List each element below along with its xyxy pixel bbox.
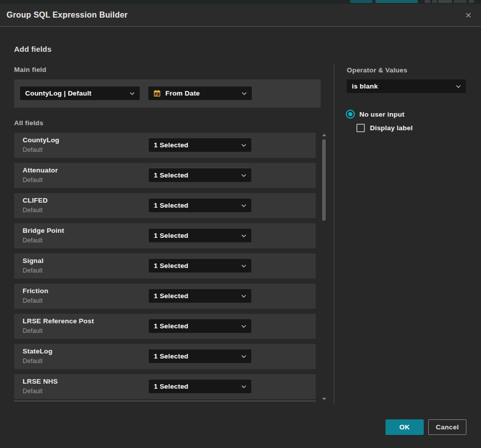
main-field-label: Main field: [14, 66, 46, 73]
scroll-up-arrow-icon[interactable]: [322, 134, 326, 136]
app-edge-fragment: [432, 0, 437, 3]
field-name: Attenuator: [23, 166, 58, 174]
no-user-input-label: No user input: [359, 111, 405, 118]
field-row: CountyLog Default 1 Selected: [14, 133, 316, 158]
field-selection-value: 1 Selected: [154, 292, 237, 300]
field-name: CountyLog: [23, 136, 59, 144]
app-edge-fragment: [469, 0, 474, 3]
app-edge-fragment: [438, 0, 452, 3]
field-name: LRSE NHS: [23, 378, 58, 385]
operator-values-label: Operator & Values: [347, 66, 407, 74]
field-type-label: Default: [23, 267, 43, 274]
field-row: CLIFED Default 1 Selected: [14, 193, 316, 218]
scrollbar[interactable]: [321, 133, 327, 401]
chevron-down-icon: [130, 92, 135, 95]
field-type-label: Default: [23, 176, 43, 184]
field-type-label: Default: [23, 327, 43, 334]
field-selection-dropdown[interactable]: 1 Selected: [149, 380, 251, 393]
field-type-label: Default: [23, 357, 43, 365]
close-button[interactable]: ×: [461, 8, 476, 22]
field-name: Friction: [23, 287, 48, 295]
main-field-select-value: From Date: [165, 89, 238, 97]
display-label-text: Display label: [370, 124, 413, 132]
field-selection-value: 1 Selected: [154, 202, 237, 209]
field-selection-dropdown[interactable]: 1 Selected: [149, 319, 251, 333]
close-icon: ×: [465, 9, 471, 21]
field-name: CLIFED: [23, 197, 48, 204]
field-row: Friction Default 1 Selected: [14, 284, 316, 309]
chevron-down-icon: [241, 295, 246, 298]
field-type-label: Default: [23, 388, 43, 395]
field-row: LRSE NHS Default 1 Selected: [14, 374, 316, 399]
radio-selected-icon: [346, 110, 355, 119]
chevron-down-icon: [241, 264, 246, 267]
field-selection-dropdown[interactable]: 1 Selected: [149, 259, 251, 273]
add-fields-heading: Add fields: [14, 45, 52, 53]
scroll-down-arrow-icon[interactable]: [322, 398, 326, 400]
field-type-label: Default: [23, 207, 43, 214]
app-edge-fragment: [425, 0, 430, 3]
field-selection-dropdown[interactable]: 1 Selected: [149, 138, 251, 152]
field-name: Bridge Point: [23, 227, 64, 234]
field-selection-dropdown[interactable]: 1 Selected: [149, 349, 251, 363]
all-fields-list: CountyLog Default 1 Selected Attenuator …: [14, 133, 316, 401]
checkbox-unchecked-icon: [356, 124, 365, 132]
field-selection-value: 1 Selected: [154, 171, 237, 179]
chevron-down-icon: [241, 174, 246, 177]
cancel-button[interactable]: Cancel: [428, 419, 466, 435]
field-selection-value: 1 Selected: [154, 322, 237, 330]
field-name: Signal: [23, 257, 44, 264]
app-edge-fragment: [350, 0, 372, 3]
field-selection-value: 1 Selected: [154, 262, 237, 270]
chevron-down-icon: [241, 234, 246, 237]
field-type-label: Default: [23, 146, 43, 153]
field-row: Attenuator Default 1 Selected: [14, 163, 316, 188]
field-row: Signal Default 1 Selected: [14, 253, 316, 279]
chevron-down-icon: [242, 92, 247, 95]
dialog-title: Group SQL Expression Builder: [7, 11, 128, 20]
field-row: StateLog Default 1 Selected: [14, 344, 316, 369]
scrollbar-thumb[interactable]: [322, 139, 326, 221]
no-user-input-radio[interactable]: No user input: [346, 109, 405, 119]
chevron-down-icon: [241, 325, 246, 328]
field-selection-dropdown[interactable]: 1 Selected: [149, 289, 251, 303]
field-selection-dropdown[interactable]: 1 Selected: [149, 168, 251, 182]
field-selection-dropdown[interactable]: 1 Selected: [149, 229, 251, 242]
field-selection-dropdown[interactable]: 1 Selected: [149, 199, 251, 212]
operator-select-dropdown[interactable]: is blank: [347, 79, 466, 93]
field-selection-value: 1 Selected: [154, 232, 237, 239]
field-row: LRSE Reference Post Default 1 Selected: [14, 314, 316, 339]
field-type-label: Default: [23, 237, 43, 244]
chevron-down-icon: [456, 85, 461, 88]
ok-button[interactable]: OK: [386, 419, 424, 435]
all-fields-label: All fields: [14, 119, 43, 127]
panel-divider: [334, 64, 334, 404]
sql-expression-builder-dialog: Group SQL Expression Builder × Add field…: [0, 4, 481, 448]
layer-select-dropdown[interactable]: CountyLog | Default: [20, 86, 140, 100]
display-label-checkbox[interactable]: Display label: [356, 123, 413, 132]
dialog-header: Group SQL Expression Builder ×: [0, 4, 481, 27]
field-row: Bridge Point Default 1 Selected: [14, 223, 316, 248]
calendar-icon: [153, 89, 161, 97]
main-field-panel: CountyLog | Default From Date: [14, 79, 321, 108]
app-edge-fragment: [454, 0, 466, 3]
field-name: StateLog: [23, 347, 52, 355]
field-selection-value: 1 Selected: [154, 141, 237, 149]
operator-select-value: is blank: [352, 82, 452, 90]
underlying-app-edge: [0, 0, 481, 4]
field-type-label: Default: [23, 297, 43, 304]
main-field-select-dropdown[interactable]: From Date: [148, 86, 252, 100]
chevron-down-icon: [241, 385, 246, 388]
field-name: LRSE Reference Post: [23, 317, 94, 325]
chevron-down-icon: [241, 204, 246, 207]
field-selection-value: 1 Selected: [154, 383, 237, 390]
field-selection-value: 1 Selected: [154, 352, 237, 360]
chevron-down-icon: [241, 355, 246, 358]
dialog-body: Add fields Main field CountyLog | Defaul…: [0, 27, 481, 448]
app-edge-fragment: [375, 0, 418, 3]
chevron-down-icon: [241, 144, 246, 147]
layer-select-value: CountyLog | Default: [25, 89, 126, 97]
